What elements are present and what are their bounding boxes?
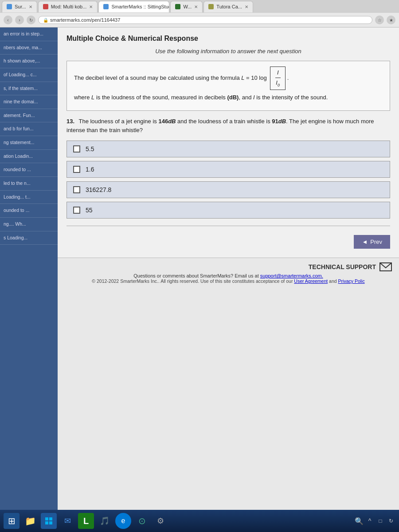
taskbar-icon-l[interactable]: L bbox=[78, 513, 94, 529]
technical-support: TECHNICAL SUPPORT bbox=[65, 262, 392, 271]
answer-choice-0[interactable]: 5.5 bbox=[66, 141, 390, 157]
sidebar: an error is in step... nbers above, ma..… bbox=[0, 27, 58, 510]
sidebar-item-9[interactable]: ation Loadin... bbox=[0, 150, 58, 164]
tab-sur[interactable]: Sur... ✕ bbox=[2, 1, 37, 12]
user-agreement-link[interactable]: User Agreement bbox=[294, 278, 328, 284]
taskbar-icon-windows[interactable] bbox=[41, 513, 57, 529]
tab-label-2: Mod: Multi kob... bbox=[51, 4, 87, 9]
tab-bar: Sur... ✕ Mod: Multi kob... ✕ SmarterMark… bbox=[0, 0, 399, 13]
sidebar-item-2[interactable]: h shown above,... bbox=[0, 55, 58, 68]
question-container: Multiple Choice & Numerical Response Use… bbox=[58, 27, 399, 258]
tab-label-3: SmarterMarks :: SittingStude... bbox=[111, 4, 169, 9]
sidebar-item-7[interactable]: and b for fun... bbox=[0, 122, 58, 136]
sidebar-item-4[interactable]: s, if the statem... bbox=[0, 82, 58, 96]
tray-icon-display[interactable]: □ bbox=[376, 516, 385, 525]
answer-choice-3[interactable]: 55 bbox=[66, 202, 390, 219]
bookmark-button[interactable]: ☆ bbox=[375, 16, 384, 24]
formula-where-text: where L is the loudness of the sound, me… bbox=[74, 94, 328, 101]
back-button[interactable]: ‹ bbox=[4, 16, 12, 24]
tab-favicon-2 bbox=[43, 4, 48, 9]
question-body: The loudness of a jet engine is 146dB an… bbox=[66, 118, 374, 133]
sidebar-item-3[interactable]: of Loading... c... bbox=[0, 68, 58, 82]
tab-close-4[interactable]: ✕ bbox=[194, 4, 198, 9]
fraction-denominator: I0 bbox=[274, 78, 282, 89]
checkbox-1[interactable] bbox=[73, 166, 80, 173]
sidebar-item-5[interactable]: nine the domai... bbox=[0, 95, 58, 109]
choice-value-2: 316227.8 bbox=[86, 186, 111, 193]
tab-tutora[interactable]: Tutora Ca... ✕ bbox=[203, 1, 253, 12]
tab-label-4: W... bbox=[183, 4, 192, 9]
sidebar-item-11[interactable]: led to the n... bbox=[0, 177, 58, 191]
sidebar-item-0[interactable]: an error is in step... bbox=[0, 27, 58, 41]
sidebar-item-13[interactable]: ounded to ... bbox=[0, 204, 58, 218]
copyright-text: © 2012-2022 SmarterMarks Inc.. All right… bbox=[92, 278, 293, 284]
forward-button[interactable]: › bbox=[15, 16, 24, 24]
tab-close-1[interactable]: ✕ bbox=[29, 4, 32, 9]
tray-icon-up[interactable]: ^ bbox=[365, 516, 374, 525]
address-box[interactable]: 🔒 smartermarks.com/pen/1164437 bbox=[38, 16, 372, 24]
formula-intro-text: The decibel level of a sound may be calc… bbox=[74, 74, 267, 81]
copyright-line: © 2012-2022 SmarterMarks Inc.. All right… bbox=[65, 278, 392, 284]
taskbar-icon-music[interactable]: 🎵 bbox=[97, 513, 113, 529]
support-text-line: Questions or comments about SmarterMarks… bbox=[65, 273, 392, 278]
lock-icon: 🔒 bbox=[43, 18, 48, 23]
privacy-policy-link[interactable]: Privacy Polic bbox=[338, 278, 365, 284]
checkbox-2[interactable] bbox=[73, 186, 80, 193]
formula-period: . bbox=[287, 74, 289, 81]
formula-line-2: where L is the loudness of the sound, me… bbox=[74, 93, 383, 102]
formula-fraction: I I0 bbox=[270, 66, 286, 90]
tab-label-5: Tutora Ca... bbox=[216, 4, 242, 9]
main-layout: an error is in step... nbers above, ma..… bbox=[0, 27, 399, 510]
taskbar-icon-fileexplorer[interactable]: 📁 bbox=[22, 513, 38, 529]
prev-label: Prev bbox=[370, 239, 382, 245]
divider bbox=[66, 226, 390, 226]
sidebar-item-14[interactable]: ng.... Wh... bbox=[0, 218, 58, 231]
taskbar-icon-settings[interactable]: ⚙ bbox=[153, 513, 168, 529]
answer-choice-2[interactable]: 316227.8 bbox=[66, 181, 390, 198]
sidebar-item-15[interactable]: s Loading... bbox=[0, 231, 58, 245]
address-bar-row: ‹ › ↻ 🔒 smartermarks.com/pen/1164437 ☆ ★ bbox=[0, 13, 399, 27]
support-email[interactable]: support@smartermarks.com. bbox=[260, 273, 323, 278]
tray-icon-network[interactable]: ↻ bbox=[387, 516, 395, 525]
tab-smartermarks[interactable]: SmarterMarks :: SittingStude... ✕ bbox=[98, 1, 169, 12]
browser-chrome: Sur... ✕ Mod: Multi kob... ✕ SmarterMark… bbox=[0, 0, 399, 27]
sidebar-item-8[interactable]: ng statement... bbox=[0, 136, 58, 150]
question-text: 13. The loudness of a jet engine is 146d… bbox=[66, 117, 390, 134]
tab-favicon-1 bbox=[7, 4, 12, 9]
taskbar: ⊞ 📁 ✉ L 🎵 e ⊙ ⚙ 🔍 ^ □ ↻ bbox=[0, 510, 399, 532]
checkbox-3[interactable] bbox=[73, 207, 80, 214]
sidebar-item-10[interactable]: rounded to ... bbox=[0, 163, 58, 177]
tab-w[interactable]: W... ✕ bbox=[170, 1, 203, 12]
prev-button[interactable]: ◄ Prev bbox=[354, 235, 390, 249]
svg-rect-2 bbox=[49, 517, 52, 520]
svg-rect-4 bbox=[49, 521, 52, 524]
checkbox-0[interactable] bbox=[73, 145, 80, 153]
refresh-button[interactable]: ↻ bbox=[27, 16, 35, 24]
content-area: Multiple Choice & Numerical Response Use… bbox=[58, 27, 399, 510]
start-button[interactable]: ⊞ bbox=[4, 513, 20, 529]
star-button[interactable]: ★ bbox=[387, 16, 395, 24]
nav-buttons: ◄ Prev bbox=[66, 233, 390, 250]
windows-icon bbox=[44, 516, 53, 525]
tab-close-5[interactable]: ✕ bbox=[245, 4, 248, 9]
taskbar-icon-mail[interactable]: ✉ bbox=[59, 513, 75, 529]
sidebar-item-1[interactable]: nbers above, ma... bbox=[0, 41, 58, 55]
system-tray: 🔍 ^ □ ↻ bbox=[355, 516, 395, 525]
sidebar-item-6[interactable]: atement. Fun... bbox=[0, 109, 58, 123]
formula-line-1: The decibel level of a sound may be calc… bbox=[74, 66, 383, 90]
tab-mod[interactable]: Mod: Multi kob... ✕ bbox=[38, 1, 98, 12]
email-icon bbox=[379, 262, 392, 271]
answer-choice-1[interactable]: 1.6 bbox=[66, 161, 390, 178]
footer: TECHNICAL SUPPORT Questions or comments … bbox=[58, 258, 399, 288]
section-title: Multiple Choice & Numerical Response bbox=[66, 35, 390, 43]
tray-icon-search[interactable]: 🔍 bbox=[355, 516, 364, 525]
taskbar-icon-edge[interactable]: e bbox=[115, 513, 131, 529]
sidebar-item-12[interactable]: Loading... t... bbox=[0, 191, 58, 204]
taskbar-icon-circle[interactable]: ⊙ bbox=[134, 513, 150, 529]
prev-arrow: ◄ bbox=[362, 239, 368, 245]
technical-support-label: TECHNICAL SUPPORT bbox=[309, 263, 376, 270]
formula-box: The decibel level of a sound may be calc… bbox=[66, 61, 390, 111]
info-text: Use the following information to answer … bbox=[66, 48, 390, 55]
svg-rect-3 bbox=[45, 521, 48, 524]
tab-close-2[interactable]: ✕ bbox=[89, 4, 93, 9]
